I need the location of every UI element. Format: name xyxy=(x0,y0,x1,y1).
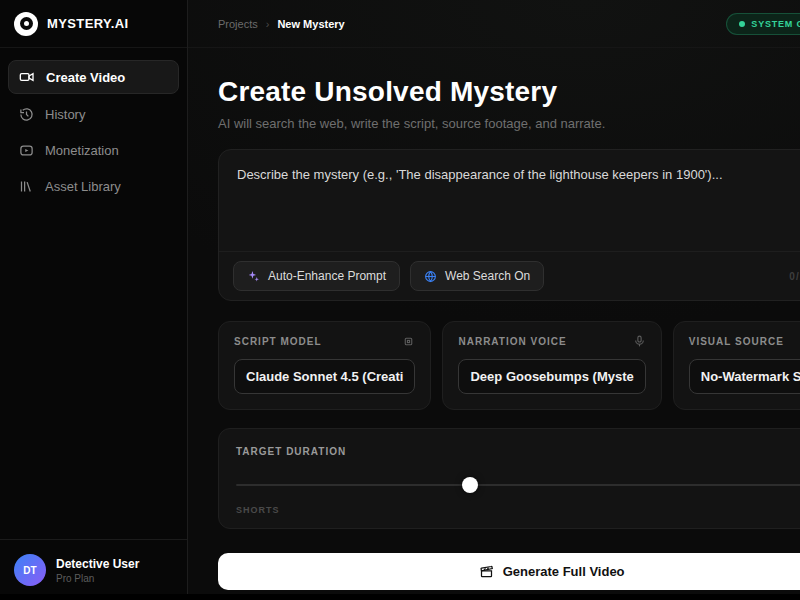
duration-slider-thumb[interactable] xyxy=(462,477,478,493)
sidebar-nav: Create Video History Monetization Asset … xyxy=(0,48,187,214)
duration-card: TARGET DURATION 8 min SHORTS LONG FORM xyxy=(218,428,800,529)
chip-icon xyxy=(402,335,415,348)
sidebar-item-label: Monetization xyxy=(45,143,119,158)
generate-full-video-button[interactable]: Generate Full Video xyxy=(218,553,800,590)
topbar: Projects › New Mystery SYSTEM ONLINE xyxy=(188,0,800,48)
duration-label: TARGET DURATION xyxy=(236,446,346,457)
narration-voice-select[interactable]: Deep Goosebumps (Myste xyxy=(458,359,645,394)
sidebar-item-create-video[interactable]: Create Video xyxy=(8,60,179,94)
avatar: DT xyxy=(14,554,46,586)
main-column: Projects › New Mystery SYSTEM ONLINE Cre… xyxy=(188,0,800,600)
history-icon xyxy=(18,106,34,122)
slider-track xyxy=(236,484,800,486)
slider-min-label: SHORTS xyxy=(236,505,280,515)
globe-icon xyxy=(424,270,437,283)
auto-enhance-button[interactable]: Auto-Enhance Prompt xyxy=(233,261,400,291)
sidebar-item-label: Create Video xyxy=(46,70,125,85)
sidebar-item-history[interactable]: History xyxy=(8,98,179,130)
setting-label: NARRATION VOICE xyxy=(458,336,566,347)
setting-label: SCRIPT MODEL xyxy=(234,336,322,347)
bottom-strip xyxy=(0,594,800,600)
sidebar-item-monetization[interactable]: Monetization xyxy=(8,134,179,166)
user-plan-badge: Pro Plan xyxy=(56,573,139,584)
status-badge: SYSTEM ONLINE xyxy=(726,13,800,35)
page-subtitle: AI will search the web, write the script… xyxy=(218,116,800,131)
prompt-footer: Auto-Enhance Prompt Web Search On 0/2000… xyxy=(219,251,800,300)
video-camera-icon xyxy=(19,69,35,85)
breadcrumb-projects[interactable]: Projects xyxy=(218,18,258,30)
setting-card-script-model: SCRIPT MODEL Claude Sonnet 4.5 (Creati xyxy=(218,321,431,410)
settings-row: SCRIPT MODEL Claude Sonnet 4.5 (Creati N… xyxy=(218,321,800,410)
user-name: Detective User xyxy=(56,557,139,571)
library-icon xyxy=(18,178,34,194)
user-profile[interactable]: DT Detective User Pro Plan xyxy=(0,539,187,600)
microphone-icon xyxy=(633,335,646,348)
page-title: Create Unsolved Mystery xyxy=(218,76,800,108)
sidebar: MYSTERY.AI Create Video History Monetiza… xyxy=(0,0,188,600)
duration-slider[interactable] xyxy=(236,477,800,493)
generate-button-label: Generate Full Video xyxy=(503,564,625,579)
breadcrumb-separator-icon: › xyxy=(266,18,270,30)
brand-logo-icon xyxy=(14,12,38,36)
auto-enhance-label: Auto-Enhance Prompt xyxy=(268,269,386,283)
sidebar-item-label: History xyxy=(45,107,85,122)
setting-label: VISUAL SOURCE xyxy=(689,336,784,347)
clapperboard-icon xyxy=(479,564,494,579)
play-square-icon xyxy=(18,142,34,158)
mystery-prompt-input[interactable] xyxy=(219,150,800,251)
brand-name: MYSTERY.AI xyxy=(47,16,129,31)
sidebar-item-label: Asset Library xyxy=(45,179,121,194)
visual-source-select[interactable]: No-Watermark Stock & AI xyxy=(689,359,800,394)
setting-card-narration-voice: NARRATION VOICE Deep Goosebumps (Myste xyxy=(442,321,661,410)
web-search-toggle[interactable]: Web Search On xyxy=(410,261,544,291)
status-text: SYSTEM ONLINE xyxy=(751,19,800,29)
script-model-select[interactable]: Claude Sonnet 4.5 (Creati xyxy=(234,359,415,394)
sparkles-icon xyxy=(247,270,260,283)
prompt-card: Auto-Enhance Prompt Web Search On 0/2000… xyxy=(218,149,800,301)
web-search-label: Web Search On xyxy=(445,269,530,283)
breadcrumb-current: New Mystery xyxy=(277,18,344,30)
setting-card-visual-source: VISUAL SOURCE No-Watermark Stock & AI xyxy=(673,321,800,410)
brand: MYSTERY.AI xyxy=(0,0,187,48)
char-counter: 0/2000 CHARS xyxy=(789,271,800,282)
status-dot-icon xyxy=(739,21,745,27)
sidebar-item-asset-library[interactable]: Asset Library xyxy=(8,170,179,202)
content: Create Unsolved Mystery AI will search t… xyxy=(188,48,800,590)
